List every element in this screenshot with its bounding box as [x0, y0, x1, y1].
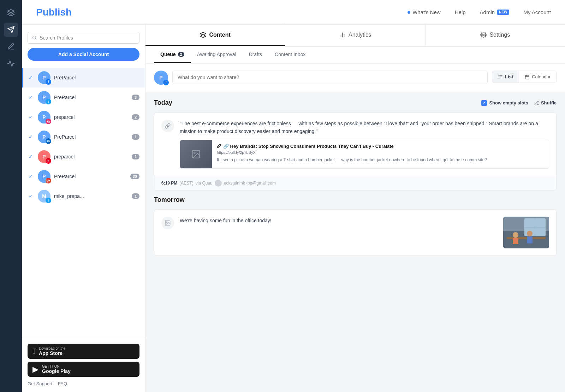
whats-new-link[interactable]: What's New [408, 9, 441, 15]
post-time: 6:19 PM [161, 181, 177, 186]
search-box[interactable] [28, 32, 139, 44]
sidebar-footer:  Download on the App Store ▶ GET IT ON … [22, 338, 145, 392]
account-name: PreParcel [54, 134, 128, 140]
check-icon: ✓ [29, 95, 34, 100]
svg-rect-16 [525, 75, 529, 79]
admin-badge: NEW [497, 10, 509, 15]
tomorrow-section-header: Tomorrow [154, 196, 557, 204]
account-name: PreParcel [54, 75, 139, 80]
svg-rect-35 [527, 236, 533, 243]
tab-awaiting[interactable]: Awaiting Approval [191, 47, 243, 63]
tomorrow-label: Tomorrow [154, 196, 185, 204]
add-account-button[interactable]: Add a Social Account [28, 48, 139, 61]
tab-content-inbox[interactable]: Content Inbox [268, 47, 312, 63]
svg-point-9 [483, 34, 484, 36]
post-card-tomorrow: We're having some fun in the office toda… [154, 209, 557, 256]
bar-chart-icon [339, 32, 346, 38]
account-name: preparcel [54, 114, 128, 120]
search-input[interactable] [40, 35, 135, 41]
my-account-link[interactable]: My Account [523, 9, 551, 15]
get-support-link[interactable]: Get Support [28, 381, 52, 386]
post-icon-col [161, 120, 174, 169]
check-icon: ✓ [29, 154, 34, 159]
office-photo [503, 217, 549, 248]
svg-line-4 [35, 39, 36, 40]
account-count: 1 [132, 193, 139, 199]
google-play-icon: ▶ [32, 365, 38, 374]
account-count: 2 [132, 114, 139, 120]
svg-marker-0 [8, 10, 14, 13]
app-logo[interactable]: Publish [36, 7, 72, 18]
app-store-button[interactable]:  Download on the App Store [28, 344, 139, 359]
account-count: 3 [132, 95, 139, 100]
post-author: ecksteinmk+pp@gmail.com [224, 181, 276, 186]
faq-link[interactable]: FAQ [58, 381, 67, 386]
account-item[interactable]: ✓ P g+ PreParcel 30 [22, 167, 145, 186]
list-view-button[interactable]: List [492, 71, 519, 83]
post-icon-col-tomorrow [161, 217, 174, 248]
tab-settings[interactable]: Settings [426, 25, 565, 46]
meta-avatar [215, 180, 222, 187]
post-text-tomorrow: We're having some fun in the office toda… [180, 217, 498, 224]
post-meta: 6:19 PM (AEST) via Quuu ecksteinmk+pp@gm… [154, 176, 556, 190]
today-label: Today [154, 99, 172, 107]
whats-new-dot [408, 11, 410, 14]
post-content-tomorrow: We're having some fun in the office toda… [180, 217, 549, 248]
check-icon: ✓ [29, 193, 34, 199]
help-link[interactable]: Help [455, 9, 466, 15]
post-link-preview[interactable]: 🔗 Hey Brands: Stop Showing Consumers Pro… [180, 140, 549, 169]
fb-badge: f [46, 79, 51, 85]
tab-drafts[interactable]: Drafts [243, 47, 268, 63]
gear-icon [480, 32, 487, 38]
svg-marker-5 [201, 32, 206, 35]
sidebar-top: Add a Social Account [22, 25, 145, 68]
svg-rect-31 [507, 237, 546, 239]
tab-queue[interactable]: Queue 2 [154, 47, 191, 63]
avatar-container: P f [38, 71, 50, 84]
footer-links: Get Support FAQ [28, 381, 139, 386]
avatar-container: P ig [38, 111, 50, 123]
account-item[interactable]: ✓ P in PreParcel 1 [22, 127, 145, 147]
google-play-button[interactable]: ▶ GET IT ON Google Play [28, 362, 139, 377]
calendar-view-button[interactable]: Calendar [519, 71, 556, 83]
shuffle-icon [534, 101, 539, 105]
link-preview-body: 🔗 Hey Brands: Stop Showing Consumers Pro… [212, 140, 549, 168]
content-area: Add a Social Account ✓ P f PreParcel ✓ P [22, 25, 565, 392]
avatar-container: M t [38, 190, 50, 203]
account-item[interactable]: ✓ M t mike_prepa... 1 [22, 186, 145, 206]
post-card-inner-tomorrow: We're having some fun in the office toda… [154, 210, 556, 255]
layers-icon [200, 32, 206, 38]
apple-icon:  [32, 347, 35, 356]
svg-point-32 [513, 232, 518, 238]
app-store-text: Download on the App Store [39, 346, 65, 356]
check-icon: ✓ [29, 75, 34, 80]
icon-bar-layers[interactable] [4, 6, 18, 20]
account-item[interactable]: ✓ P f PreParcel [22, 68, 145, 88]
compose-input[interactable] [172, 71, 488, 84]
account-name: mike_prepa... [54, 193, 128, 199]
account-name: PreParcel [54, 95, 128, 100]
account-list: ✓ P f PreParcel ✓ P t PreParcel 3 [22, 68, 145, 338]
queue-count-badge: 2 [178, 52, 184, 57]
li-badge: in [46, 138, 51, 144]
link-preview-desc: If I see a pic of a woman wearing a T-sh… [217, 157, 544, 163]
icon-bar-analytics[interactable] [4, 56, 18, 71]
tab-content[interactable]: Content [145, 25, 285, 46]
account-item[interactable]: ✓ P ig preparcel 2 [22, 107, 145, 127]
admin-link[interactable]: Admin NEW [480, 9, 510, 15]
content-tabs: Content Analytics Settings [145, 25, 565, 47]
pi-badge: p [46, 158, 51, 164]
icon-bar-edit[interactable] [4, 40, 18, 54]
account-item[interactable]: ✓ P t PreParcel 3 [22, 88, 145, 107]
compose-fb-badge: f [163, 80, 169, 85]
post-timezone: (AEST) [179, 181, 193, 186]
tab-analytics[interactable]: Analytics [285, 25, 425, 46]
check-icon: ✓ [29, 134, 34, 140]
show-empty-slots-toggle[interactable]: ✓ Show empty slots [481, 100, 528, 106]
svg-rect-33 [513, 238, 518, 244]
calendar-icon [525, 74, 530, 79]
icon-bar [0, 0, 22, 392]
shuffle-button[interactable]: Shuffle [534, 100, 557, 105]
icon-bar-publish[interactable] [4, 23, 18, 37]
account-item[interactable]: ✓ P p preparcel 1 [22, 147, 145, 167]
